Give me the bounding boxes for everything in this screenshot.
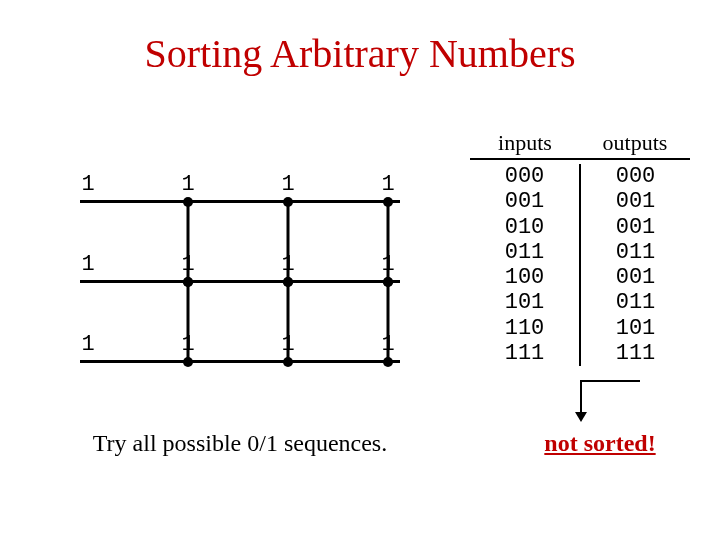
- table-row: 001: [470, 189, 579, 214]
- comparator-dot: [283, 277, 293, 287]
- wire-0: [80, 200, 400, 203]
- table-row: 111: [470, 341, 579, 366]
- comparator-dot: [383, 277, 393, 287]
- sorting-network: 1 1 1 1 1 1 1 1 1 1 1 1: [60, 170, 420, 400]
- comparator-dot: [183, 357, 193, 367]
- comparator-line: [287, 202, 290, 282]
- label-r2c0: 1: [81, 332, 94, 357]
- table-row: 001: [581, 215, 690, 240]
- label-r0c2: 1: [281, 172, 294, 197]
- comparator-line: [187, 282, 190, 362]
- comparator-line: [287, 282, 290, 362]
- comparator-line: [387, 202, 390, 282]
- comparator-dot: [383, 197, 393, 207]
- comparator-dot: [183, 277, 193, 287]
- io-table: inputs outputs 000001010011100101110111 …: [470, 130, 690, 366]
- header-outputs: outputs: [580, 130, 690, 160]
- table-row: 011: [581, 290, 690, 315]
- table-row: 101: [470, 290, 579, 315]
- table-row: 010: [470, 215, 579, 240]
- table-row: 000: [470, 164, 579, 189]
- caption: Try all possible 0/1 sequences.: [60, 430, 420, 457]
- header-inputs: inputs: [470, 130, 580, 160]
- label-r0c0: 1: [81, 172, 94, 197]
- table-row: 100: [470, 265, 579, 290]
- table-row: 101: [581, 316, 690, 341]
- table-row: 111: [581, 341, 690, 366]
- comparator-dot: [383, 357, 393, 367]
- not-sorted-label: not sorted!: [500, 430, 700, 457]
- table-row: 110: [470, 316, 579, 341]
- label-r0c1: 1: [181, 172, 194, 197]
- comparator-line: [387, 282, 390, 362]
- page-title: Sorting Arbitrary Numbers: [0, 30, 720, 77]
- wire-1: [80, 280, 400, 283]
- label-r0c3: 1: [381, 172, 394, 197]
- comparator-line: [187, 202, 190, 282]
- table-row: 001: [581, 265, 690, 290]
- comparator-dot: [283, 197, 293, 207]
- table-row: 001: [581, 189, 690, 214]
- label-r1c0: 1: [81, 252, 94, 277]
- table-row: 011: [470, 240, 579, 265]
- comparator-dot: [283, 357, 293, 367]
- inputs-column: 000001010011100101110111: [470, 164, 579, 366]
- table-row: 000: [581, 164, 690, 189]
- wire-2: [80, 360, 400, 363]
- comparator-dot: [183, 197, 193, 207]
- outputs-column: 000001001011001011101111: [581, 164, 690, 366]
- table-row: 011: [581, 240, 690, 265]
